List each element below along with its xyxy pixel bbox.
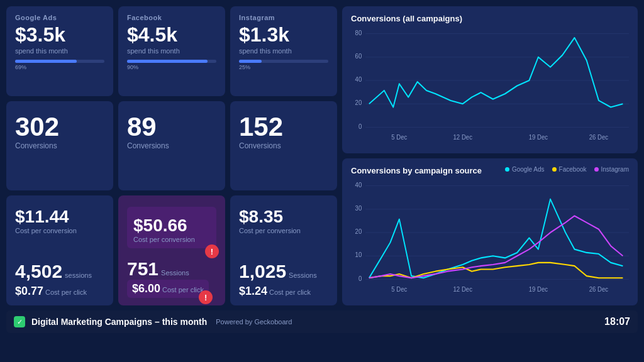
svg-text:80: 80 (355, 29, 362, 36)
svg-text:12 Dec: 12 Dec (453, 133, 472, 141)
chart2-legend: Google Ads Facebook Instagram (505, 166, 629, 173)
chart-conversions-by-source: Conversions by campaign source Google Ad… (342, 158, 638, 305)
svg-text:60: 60 (355, 53, 362, 60)
footer-time: 18:07 (604, 316, 630, 327)
instagram-conversions-label: Conversions (239, 141, 328, 150)
svg-text:20: 20 (355, 228, 362, 236)
facebook-spend-card: Facebook $4.5k spend this month 90% (118, 6, 225, 96)
instagram-spend-card: Instagram $1.3k spend this month 25% (230, 6, 337, 96)
instagram-sessions-label: Sessions (289, 272, 317, 279)
google-ads-sessions: 4,502 (15, 261, 62, 282)
facebook-conversions: 89 (127, 114, 216, 140)
google-ads-spend: $3.5k (15, 24, 104, 46)
facebook-cost-alert: ! (205, 244, 219, 258)
google-ads-spend-card: Google Ads $3.5k spend this month 69% (6, 6, 113, 96)
google-ads-sessions-row: 4,502 sessions (15, 261, 104, 282)
instagram-bar-fill (239, 60, 262, 63)
google-ads-cpc-label: Cost per click (45, 288, 87, 296)
google-ads-cost-label: Cost per conversion (15, 227, 104, 234)
chart2-svg: 40 30 20 10 0 5 Dec 12 Dec 19 Dec 26 Dec (351, 179, 629, 296)
facebook-bar-label: 90% (127, 64, 216, 70)
svg-text:19 Dec: 19 Dec (529, 133, 548, 141)
svg-text:0: 0 (358, 123, 362, 130)
google-ads-bar-label: 69% (15, 64, 104, 70)
facebook-spend-label: spend this month (127, 47, 216, 55)
instagram-cpc-row: $1.24 Cost per click (239, 285, 328, 298)
facebook-cpc: $6.00 (132, 282, 160, 295)
svg-text:20: 20 (355, 99, 362, 107)
instagram-cost-value: $8.35 (239, 208, 328, 226)
google-ads-conversions-card: 302 Conversions (6, 101, 113, 191)
instagram-conversions: 152 (239, 114, 328, 140)
google-ads-bar-container: 69% (15, 60, 104, 70)
instagram-title: Instagram (239, 14, 328, 21)
google-ads-title: Google Ads (15, 14, 104, 21)
facebook-sessions: 751 (127, 258, 158, 280)
instagram-bar-label: 25% (239, 64, 328, 70)
facebook-cost-label: Cost per conversion (133, 236, 210, 243)
instagram-bar-container: 25% (239, 60, 328, 70)
legend-label-facebook: Facebook (559, 166, 587, 173)
instagram-sessions-row: 1,025 Sessions (239, 261, 328, 282)
svg-text:26 Dec: 26 Dec (589, 285, 608, 293)
chart1-svg: 80 60 40 20 0 5 Dec 12 Dec 19 Dec 26 Dec (351, 27, 629, 144)
instagram-spend-label: spend this month (239, 47, 328, 55)
legend-label-google: Google Ads (512, 166, 545, 173)
legend-facebook: Facebook (552, 166, 587, 173)
facebook-bar-container: 90% (127, 60, 216, 70)
instagram-cpc: $1.24 (239, 285, 267, 298)
svg-text:40: 40 (355, 76, 362, 84)
facebook-sessions-label: Sessions (161, 269, 189, 277)
facebook-cpc-alert-row: $6.00 Cost per click ! (127, 280, 209, 298)
svg-text:19 Dec: 19 Dec (529, 285, 548, 293)
google-ads-bar-bg (15, 60, 104, 63)
facebook-cpc-card: $50.66 Cost per conversion ! 751 Session… (118, 195, 225, 305)
google-ads-conversions: 302 (15, 114, 104, 140)
legend-instagram: Instagram (594, 166, 629, 173)
facebook-cpc-label: Cost per click (162, 286, 204, 293)
footer-bar: ✓ Digital Marketing Campaigns – this mon… (6, 310, 638, 333)
google-ads-conversions-label: Conversions (15, 141, 104, 150)
legend-google-ads: Google Ads (505, 166, 545, 173)
footer-powered: Powered by Geckoboard (216, 318, 292, 326)
charts-column: Conversions (all campaigns) 80 60 40 20 … (342, 6, 638, 305)
google-ads-cpc-card: $11.44 Cost per conversion 4,502 session… (6, 195, 113, 305)
facebook-cpc-alert: ! (199, 290, 213, 304)
legend-dot-google (505, 167, 509, 172)
google-ads-cost-value: $11.44 (15, 208, 104, 226)
svg-text:30: 30 (355, 205, 362, 212)
instagram-spend: $1.3k (239, 24, 328, 46)
google-ads-spend-label: spend this month (15, 47, 104, 55)
chart-conversions-all: Conversions (all campaigns) 80 60 40 20 … (342, 6, 638, 153)
svg-text:40: 40 (355, 181, 362, 189)
legend-dot-instagram (594, 167, 599, 172)
google-ads-sessions-label: sessions (65, 272, 92, 279)
instagram-sessions: 1,025 (239, 261, 286, 282)
svg-text:26 Dec: 26 Dec (589, 133, 608, 141)
google-ads-bar-fill (15, 60, 77, 63)
instagram-cost-label: Cost per conversion (239, 227, 328, 234)
legend-dot-facebook (552, 167, 557, 172)
facebook-cost-value: $50.66 (133, 217, 210, 234)
instagram-cpc-label: Cost per click (269, 288, 311, 296)
chart1-title: Conversions (all campaigns) (351, 14, 629, 23)
svg-text:12 Dec: 12 Dec (453, 285, 472, 293)
google-ads-cpc: $0.77 (15, 285, 43, 298)
facebook-conversions-card: 89 Conversions (118, 101, 225, 191)
facebook-conversions-label: Conversions (127, 141, 216, 150)
instagram-bar-bg (239, 60, 328, 63)
svg-text:5 Dec: 5 Dec (391, 133, 407, 141)
facebook-bar-fill (127, 60, 208, 63)
facebook-sessions-row: 751 Sessions (127, 258, 216, 280)
instagram-cpc-card: $8.35 Cost per conversion 1,025 Sessions… (230, 195, 337, 305)
legend-label-instagram: Instagram (601, 166, 629, 173)
facebook-spend: $4.5k (127, 24, 216, 46)
dashboard: Google Ads $3.5k spend this month 69% Fa… (0, 0, 644, 339)
facebook-title: Facebook (127, 14, 216, 21)
google-ads-cpc-row: $0.77 Cost per click (15, 285, 104, 298)
footer-title: Digital Marketing Campaigns – this month (31, 317, 207, 327)
svg-text:0: 0 (358, 275, 362, 282)
instagram-conversions-card: 152 Conversions (230, 101, 337, 191)
geckoboard-icon: ✓ (14, 316, 25, 327)
svg-text:10: 10 (355, 251, 362, 259)
